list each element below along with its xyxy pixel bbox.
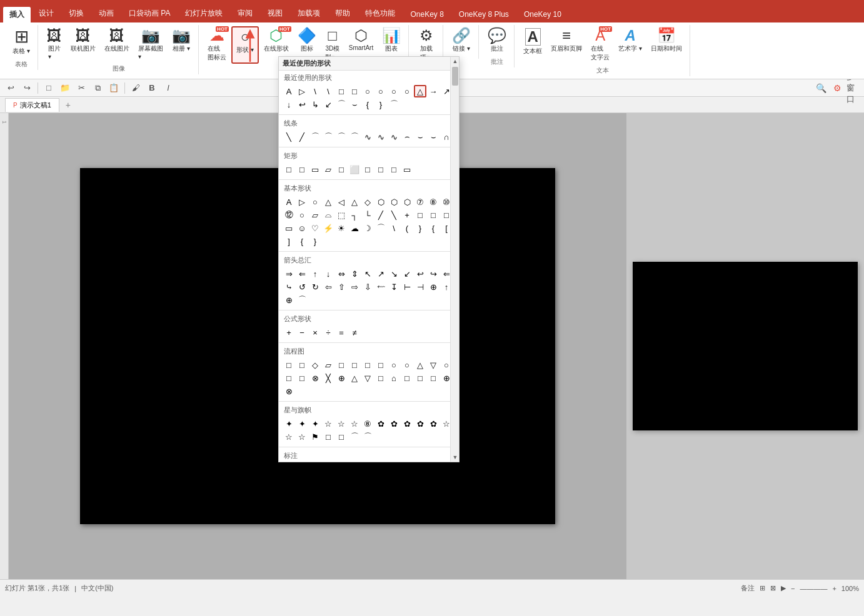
qa-paste[interactable]: 📋 (107, 81, 121, 95)
qa-open[interactable]: 📁 (58, 81, 72, 95)
arr-7[interactable]: ↖ (361, 267, 374, 280)
arr-25[interactable]: ⊕ (427, 281, 440, 293)
shape-rect2[interactable]: □ (348, 85, 361, 97)
tab-review[interactable]: 审阅 (230, 4, 260, 22)
status-view-reading[interactable]: ⊠ (770, 584, 776, 592)
basic-diamond[interactable]: ◇ (361, 196, 374, 208)
tab-slideshow[interactable]: 幻灯片放映 (178, 4, 230, 22)
tab-addins[interactable]: 加载项 (290, 4, 328, 22)
arr-2[interactable]: ⇐ (296, 267, 308, 280)
basic-plus[interactable]: + (401, 209, 413, 221)
flag-4[interactable]: ⚑ (309, 430, 321, 443)
shape-corner1[interactable]: ↩ (296, 98, 308, 111)
shape-line2[interactable]: \ (322, 85, 334, 97)
flow-8[interactable]: □ (374, 359, 387, 371)
line-wave4[interactable]: ⌒ (348, 131, 361, 143)
arr-12[interactable]: ↪ (427, 267, 440, 280)
shape-oval3[interactable]: ○ (388, 85, 400, 97)
line-wave2[interactable]: ⌒ (322, 131, 334, 143)
qa-cut[interactable]: ✂ (74, 81, 88, 95)
btn-textbox[interactable]: A 文本框 (520, 26, 546, 64)
rect-3[interactable]: ▭ (309, 163, 321, 176)
flow-23[interactable]: □ (401, 372, 413, 384)
rect-2[interactable]: □ (296, 163, 308, 176)
flow-27[interactable]: ⊗ (283, 385, 295, 397)
tab-help[interactable]: 帮助 (328, 4, 358, 22)
tab-onekey10[interactable]: OneKey 10 (516, 6, 569, 22)
basic-heart[interactable]: ♡ (309, 222, 321, 234)
tab-insert[interactable]: 插入 (3, 6, 31, 22)
flag-6[interactable]: □ (335, 430, 348, 443)
basic-curlybraces2[interactable]: } (309, 235, 321, 247)
formula-eq[interactable]: = (335, 326, 348, 339)
basic-smile[interactable]: ☺ (296, 222, 308, 234)
btn-icon-cloud[interactable]: HOT ☁ 在线图标云 (204, 26, 230, 64)
star-11[interactable]: ✿ (414, 417, 426, 430)
rect-8[interactable]: □ (374, 163, 387, 176)
shape-line1[interactable]: \ (309, 85, 321, 97)
flow-19[interactable]: △ (348, 372, 361, 384)
btn-shape[interactable]: ○ 形状 ▾ (231, 26, 259, 64)
doc-tab-add[interactable]: + (62, 99, 74, 111)
flag-8[interactable]: ⌒ (361, 430, 374, 443)
arr-20[interactable]: ⇩ (361, 281, 374, 293)
flow-20[interactable]: ▽ (361, 372, 374, 384)
shape-arrow-r[interactable]: → (427, 85, 440, 97)
shape-corner3[interactable]: ↙ (322, 98, 334, 111)
basic-diag2[interactable]: ╲ (388, 209, 400, 221)
status-view-slide[interactable]: ▶ (781, 584, 786, 592)
basic-tri[interactable]: △ (322, 196, 334, 208)
flow-12[interactable]: ▽ (427, 359, 440, 371)
basic-ln[interactable]: \ (388, 222, 400, 234)
qa-bold[interactable]: B (145, 81, 159, 95)
flow-9[interactable]: ○ (388, 359, 400, 371)
flow-4[interactable]: ▱ (322, 359, 334, 371)
basic-curlybraces[interactable]: { (296, 235, 308, 247)
flow-6[interactable]: □ (348, 359, 361, 371)
tab-view[interactable]: 视图 (260, 4, 290, 22)
arr-10[interactable]: ↙ (401, 267, 413, 280)
qa-search[interactable]: 🔍 (814, 81, 828, 95)
btn-datetime[interactable]: 📅 日期和时间 (647, 26, 686, 64)
basic-arc[interactable]: ⌒ (374, 222, 387, 234)
arr-5[interactable]: ⇔ (335, 267, 348, 280)
shape-curve[interactable]: ⌒ (388, 98, 400, 111)
shape-oval2[interactable]: ○ (374, 85, 387, 97)
basic-moon[interactable]: ☽ (361, 222, 374, 234)
arr-8[interactable]: ↗ (374, 267, 387, 280)
line-curve1[interactable]: ⌢ (401, 131, 413, 143)
flow-1[interactable]: □ (283, 359, 295, 371)
basic-hept[interactable]: ⬡ (401, 196, 413, 208)
shape-corner2[interactable]: ↳ (309, 98, 321, 111)
star-5[interactable]: ☆ (335, 417, 348, 430)
flow-17[interactable]: ╳ (322, 372, 334, 384)
basic-fold[interactable]: ▭ (283, 222, 295, 234)
basic-oct[interactable]: ⬡ (388, 196, 400, 208)
basic-n7[interactable]: ⑦ (414, 196, 426, 208)
flow-16[interactable]: ⊗ (309, 372, 321, 384)
basic-cube[interactable]: □ (414, 209, 426, 221)
line-wave1[interactable]: ⌒ (309, 131, 321, 143)
status-view-normal[interactable]: ⊞ (760, 584, 765, 592)
formula-div[interactable]: ÷ (322, 326, 334, 339)
basic-trap[interactable]: ⌓ (322, 209, 334, 221)
arr-1[interactable]: ⇒ (283, 267, 295, 280)
btn-table[interactable]: ⊞ 表格 ▾ (9, 26, 34, 57)
flow-3[interactable]: ◇ (309, 359, 321, 371)
flow-15[interactable]: □ (296, 372, 308, 384)
shape-A[interactable]: A (283, 85, 295, 97)
basic-bracket2[interactable]: ] (283, 235, 295, 247)
star-10[interactable]: ✿ (401, 417, 413, 430)
flow-25[interactable]: □ (427, 372, 440, 384)
basic-A[interactable]: A (283, 196, 295, 208)
flow-21[interactable]: □ (374, 372, 387, 384)
star-12[interactable]: ✿ (427, 417, 440, 430)
rect-6[interactable]: ⬜ (348, 163, 361, 176)
basic-isoc[interactable]: △ (348, 196, 361, 208)
qa-save[interactable]: □ (42, 81, 56, 95)
arr-17[interactable]: ⇦ (322, 281, 334, 293)
flow-2[interactable]: □ (296, 359, 308, 371)
btn-web-pic[interactable]: 🖼 在线图片 (101, 26, 133, 62)
star-2[interactable]: ✦ (296, 417, 308, 430)
basic-paren1[interactable]: ( (401, 222, 413, 234)
